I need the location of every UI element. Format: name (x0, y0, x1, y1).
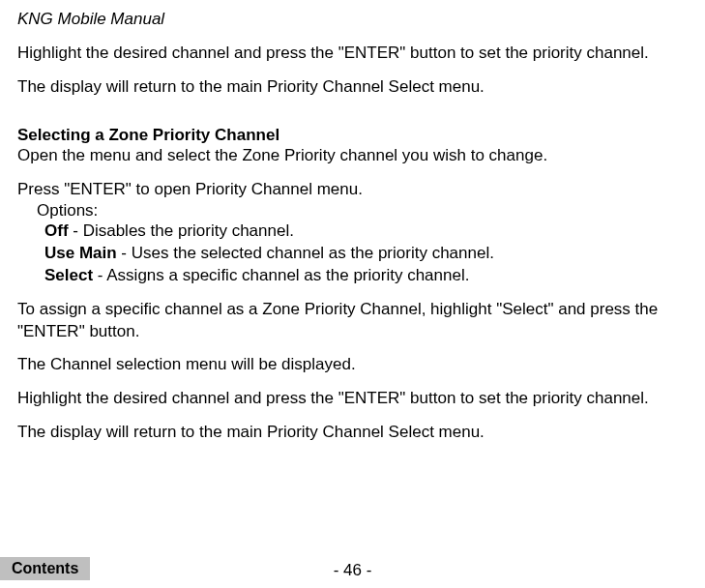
option-desc: - Disables the priority channel. (69, 221, 294, 240)
paragraph: Highlight the desired channel and press … (17, 388, 688, 410)
page-number: - 46 - (0, 561, 705, 580)
paragraph: Press "ENTER" to open Priority Channel m… (17, 179, 688, 201)
paragraph: Highlight the desired channel and press … (17, 43, 688, 65)
document-header: KNG Mobile Manual (17, 10, 688, 29)
contents-button[interactable]: Contents (0, 557, 90, 580)
option-name: Off (44, 221, 69, 240)
paragraph: The display will return to the main Prio… (17, 76, 688, 99)
section-heading: Selecting a Zone Priority Channel (17, 126, 688, 145)
option-desc: - Uses the selected channel as the prior… (117, 244, 494, 262)
footer: - 46 - Contents (0, 561, 705, 580)
options-label: Options: (37, 201, 688, 220)
paragraph: To assign a specific channel as a Zone P… (17, 299, 688, 343)
option-desc: - Assigns a specific channel as the prio… (93, 266, 469, 284)
option-item: Use Main - Uses the selected channel as … (44, 243, 688, 265)
paragraph: Open the menu and select the Zone Priori… (17, 145, 688, 167)
option-item: Select - Assigns a specific channel as t… (44, 265, 688, 287)
option-name: Select (44, 266, 93, 284)
option-item: Off - Disables the priority channel. (44, 220, 688, 243)
option-name: Use Main (44, 244, 117, 262)
paragraph: The display will return to the main Prio… (17, 422, 688, 444)
paragraph: The Channel selection menu will be displ… (17, 354, 688, 376)
